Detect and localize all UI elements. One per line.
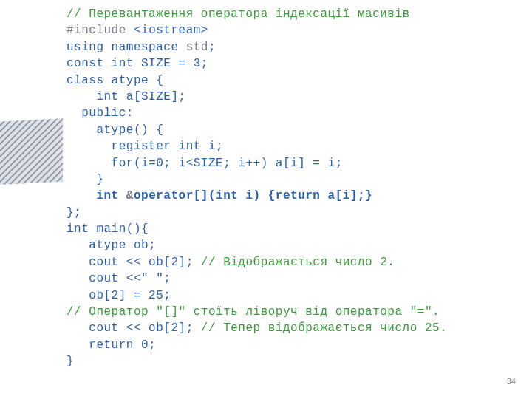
code-block: // Перевантаження оператора індексації м…	[66, 6, 510, 370]
code-line-public: public:	[66, 105, 510, 121]
code-line-for: for(i=0; i<SIZE; i++) a[i] = i;	[66, 155, 510, 171]
code-line-close1: }	[66, 171, 510, 188]
page-number: 34	[507, 376, 516, 387]
code-line-comment: // Перевантаження оператора індексації м…	[66, 6, 510, 22]
code-line-const: const int SIZE = 3;	[66, 55, 510, 72]
code-line-main: int main(){	[66, 221, 510, 237]
code-line-register: register int i;	[66, 138, 510, 154]
code-line-assign: ob[2] = 25;	[66, 287, 510, 304]
code-line-cout2: cout <<" ";	[66, 270, 510, 287]
code-line-class: class atype {	[66, 72, 510, 89]
code-line-return: return 0;	[66, 337, 510, 353]
code-line-using: using namespace std;	[66, 39, 510, 55]
code-line-ob: atype ob;	[66, 237, 510, 253]
code-line-member: int a[SIZE];	[66, 89, 510, 105]
code-line-operator: int &operator[](int i) {return a[i];}	[66, 188, 510, 204]
code-line-include: #include <iostream>	[66, 22, 510, 38]
code-line-close3: }	[66, 353, 510, 369]
code-line-close2: };	[66, 205, 510, 221]
code-line-cout1: cout << ob[2]; // Відображається число 2…	[66, 254, 510, 270]
code-line-ctor: atype() {	[66, 122, 510, 138]
code-line-cout3: cout << ob[2]; // Тепер відображається ч…	[66, 320, 510, 336]
slide-decoration	[0, 118, 66, 185]
code-line-comment2: // Оператор "[]" стоїть ліворуч від опер…	[66, 304, 510, 320]
